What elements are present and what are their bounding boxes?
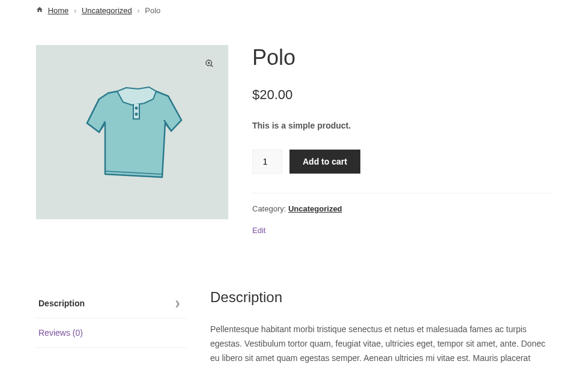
breadcrumb-home-link[interactable]: Home — [48, 6, 69, 15]
product-meta: Category: Uncategorized — [252, 204, 552, 213]
chevron-right-icon: ❯ — [175, 300, 180, 308]
quantity-stepper[interactable] — [252, 150, 282, 174]
product-title: Polo — [252, 45, 552, 70]
add-to-cart-button[interactable]: Add to cart — [289, 150, 360, 174]
add-to-cart-form: Add to cart — [252, 150, 552, 174]
product-info: Polo $20.00 This is a simple product. Ad… — [252, 45, 552, 235]
breadcrumb-separator: › — [137, 6, 139, 15]
product-image[interactable] — [36, 45, 228, 219]
tabs-list: Description ❯ Reviews (0) — [36, 289, 186, 367]
svg-point-5 — [135, 113, 138, 116]
breadcrumb: Home › Uncategorized › Polo — [36, 6, 552, 15]
category-link[interactable]: Uncategorized — [288, 204, 342, 213]
tab-content-description: Description Pellentesque habitant morbi … — [210, 289, 552, 367]
product-illustration — [72, 66, 192, 198]
tab-label: Reviews (0) — [38, 328, 83, 338]
edit-link[interactable]: Edit — [252, 226, 265, 235]
description-heading: Description — [210, 289, 552, 306]
description-body: Pellentesque habitant morbi tristique se… — [210, 323, 552, 367]
zoom-icon[interactable] — [202, 56, 217, 71]
svg-point-4 — [135, 107, 138, 110]
breadcrumb-current: Polo — [145, 6, 160, 15]
breadcrumb-separator: › — [74, 6, 76, 15]
home-icon — [36, 6, 46, 15]
tab-description[interactable]: Description ❯ — [36, 289, 186, 318]
svg-line-1 — [211, 65, 213, 67]
tab-label: Description — [38, 299, 85, 308]
breadcrumb-category-link[interactable]: Uncategorized — [82, 6, 132, 15]
short-description: This is a simple product. — [252, 121, 552, 130]
product-price: $20.00 — [252, 87, 552, 103]
product-main: Polo $20.00 This is a simple product. Ad… — [36, 45, 552, 235]
category-label: Category: — [252, 204, 288, 213]
currency-symbol: $ — [252, 87, 259, 102]
divider — [252, 193, 552, 193]
product-tabs: Description ❯ Reviews (0) Description Pe… — [36, 289, 552, 367]
price-amount: 20.00 — [259, 87, 292, 102]
tab-reviews[interactable]: Reviews (0) — [36, 318, 186, 348]
